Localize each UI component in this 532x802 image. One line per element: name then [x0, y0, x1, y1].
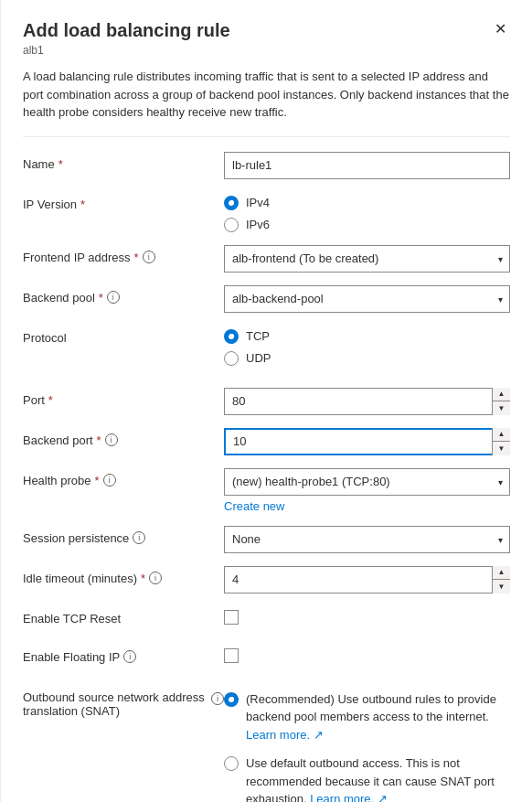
header-divider: [23, 136, 510, 137]
backend-pool-row: Backend pool * i alb-backend-pool ▾: [23, 285, 510, 313]
snat-info-icon[interactable]: i: [211, 692, 224, 705]
add-load-balancing-rule-panel: Add load balancing rule alb1 ✕ A load ba…: [0, 0, 532, 802]
frontend-ip-select[interactable]: alb-frontend (To be created): [224, 245, 510, 273]
spacer1: [23, 379, 510, 388]
snat-option1-external-link-icon: ↗: [314, 728, 324, 742]
snat-option2-text: Use default outbound access. This is not…: [246, 754, 510, 802]
backend-port-input-wrapper: ▲ ▼: [224, 428, 510, 455]
snat-option2-external-link-icon: ↗: [378, 792, 388, 802]
port-input[interactable]: [224, 388, 510, 415]
tcp-reset-row: Enable TCP Reset: [23, 606, 510, 632]
protocol-radio-group: TCP UDP: [224, 326, 510, 366]
frontend-ip-info-icon[interactable]: i: [143, 251, 155, 263]
health-probe-select-wrapper: (new) health-probe1 (TCP:80) ▾: [224, 468, 510, 496]
ipv6-radio-button[interactable]: [224, 218, 239, 232]
udp-radio-label[interactable]: UDP: [224, 351, 510, 366]
idle-timeout-spin-down[interactable]: ▼: [493, 580, 510, 593]
idle-timeout-control: ▲ ▼: [224, 566, 510, 593]
session-persistence-label: Session persistence i: [23, 526, 224, 545]
tcp-reset-checkbox[interactable]: [224, 610, 239, 625]
idle-timeout-input-wrapper: ▲ ▼: [224, 566, 510, 593]
panel-header: Add load balancing rule alb1 ✕ A load ba…: [1, 0, 532, 152]
session-persistence-control: None ▾: [224, 526, 510, 553]
tcp-reset-label: Enable TCP Reset: [23, 606, 224, 626]
health-probe-required-star: *: [94, 474, 99, 487]
snat-option2-learn-more-link[interactable]: Learn more. ↗: [310, 792, 388, 802]
ip-version-radio-group: IPv4 IPv6: [224, 192, 510, 232]
tcp-radio-label[interactable]: TCP: [224, 329, 510, 344]
idle-timeout-spin-buttons: ▲ ▼: [492, 566, 510, 593]
snat-option1-radio[interactable]: [224, 692, 239, 707]
close-button[interactable]: ✕: [491, 18, 510, 40]
health-probe-control: (new) health-probe1 (TCP:80) ▾ Create ne…: [224, 468, 510, 513]
backend-port-label: Backend port * i: [23, 428, 224, 447]
udp-radio-button[interactable]: [224, 351, 239, 366]
ip-version-control: IPv4 IPv6: [224, 192, 510, 232]
snat-option1: (Recommended) Use outbound rules to prov…: [224, 690, 510, 744]
floating-ip-row: Enable Floating IP i: [23, 645, 510, 670]
backend-port-input[interactable]: [224, 428, 510, 455]
floating-ip-info-icon[interactable]: i: [123, 650, 136, 663]
floating-ip-checkbox[interactable]: [224, 648, 239, 663]
tcp-reset-control: [224, 606, 510, 625]
snat-control: (Recommended) Use outbound rules to prov…: [224, 687, 510, 803]
frontend-ip-required-star: *: [134, 251, 139, 264]
port-required-star: *: [48, 393, 53, 407]
create-new-link[interactable]: Create new: [224, 499, 510, 513]
backend-pool-control: alb-backend-pool ▾: [224, 285, 510, 313]
name-required-star: *: [59, 157, 63, 171]
health-probe-select[interactable]: (new) health-probe1 (TCP:80): [224, 468, 510, 496]
backend-port-spin-down[interactable]: ▼: [493, 442, 510, 455]
backend-port-required-star: *: [97, 433, 101, 447]
snat-options: (Recommended) Use outbound rules to prov…: [224, 687, 510, 803]
ipv6-label: IPv6: [246, 218, 270, 231]
frontend-ip-control: alb-frontend (To be created) ▾: [224, 245, 510, 273]
name-input[interactable]: [224, 152, 510, 179]
panel-title-row: Add load balancing rule alb1 ✕: [23, 18, 510, 57]
session-persistence-row: Session persistence i None ▾: [23, 526, 510, 553]
panel-title-group: Add load balancing rule alb1: [23, 18, 230, 57]
idle-timeout-row: Idle timeout (minutes) * i ▲ ▼: [23, 566, 510, 593]
port-spin-up[interactable]: ▲: [493, 388, 510, 402]
panel-body: Name * IP Version * IPv4: [1, 152, 532, 803]
ip-version-label: IP Version *: [23, 192, 224, 211]
protocol-label: Protocol: [23, 326, 224, 345]
udp-label: UDP: [246, 351, 271, 365]
close-icon: ✕: [495, 21, 506, 37]
idle-timeout-info-icon[interactable]: i: [149, 572, 162, 584]
frontend-ip-row: Frontend IP address * i alb-frontend (To…: [23, 245, 510, 273]
session-persistence-info-icon[interactable]: i: [133, 531, 145, 544]
backend-port-spin-buttons: ▲ ▼: [492, 428, 510, 455]
ip-version-required-star: *: [80, 198, 85, 211]
idle-timeout-spin-up[interactable]: ▲: [493, 566, 510, 581]
snat-option1-learn-more-link[interactable]: Learn more. ↗: [246, 728, 324, 742]
tcp-label: TCP: [246, 329, 270, 343]
backend-pool-select-wrapper: alb-backend-pool ▾: [224, 285, 510, 313]
backend-pool-info-icon[interactable]: i: [107, 291, 120, 304]
idle-timeout-required-star: *: [141, 572, 145, 585]
port-spin-down[interactable]: ▼: [493, 401, 510, 415]
snat-option2: Use default outbound access. This is not…: [224, 754, 510, 802]
name-row: Name *: [23, 152, 510, 179]
tcp-radio-button[interactable]: [224, 329, 239, 344]
port-input-wrapper: ▲ ▼: [224, 388, 510, 415]
backend-port-spin-up[interactable]: ▲: [493, 428, 510, 443]
ip-version-row: IP Version * IPv4 IPv6: [23, 192, 510, 232]
session-persistence-select[interactable]: None: [224, 526, 510, 553]
idle-timeout-label: Idle timeout (minutes) * i: [23, 566, 224, 585]
protocol-control: TCP UDP: [224, 326, 510, 366]
panel-description: A load balancing rule distributes incomi…: [23, 68, 510, 122]
backend-pool-label: Backend pool * i: [23, 285, 224, 305]
frontend-ip-select-wrapper: alb-frontend (To be created) ▾: [224, 245, 510, 273]
ipv4-radio-button[interactable]: [224, 196, 239, 210]
port-label: Port *: [23, 388, 224, 407]
health-probe-label: Health probe * i: [23, 468, 224, 487]
ipv4-radio-label[interactable]: IPv4: [224, 196, 510, 210]
idle-timeout-input[interactable]: [224, 566, 510, 593]
snat-option2-radio[interactable]: [224, 756, 239, 771]
ipv6-radio-label[interactable]: IPv6: [224, 218, 510, 232]
backend-pool-select[interactable]: alb-backend-pool: [224, 285, 510, 313]
backend-port-info-icon[interactable]: i: [105, 433, 118, 446]
backend-port-control: ▲ ▼: [224, 428, 510, 455]
health-probe-info-icon[interactable]: i: [103, 474, 116, 487]
